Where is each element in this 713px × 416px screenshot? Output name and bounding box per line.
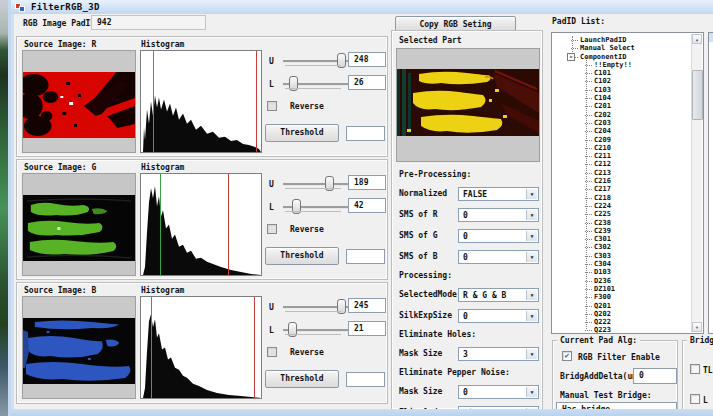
tree-item[interactable]: DZ101 (552, 285, 691, 293)
param-dropdown[interactable]: FALSE▼ (458, 187, 539, 201)
chevron-down-icon[interactable]: ▼ (526, 189, 537, 199)
tree-item[interactable]: C217 (552, 185, 691, 193)
app-window: FilterRGB_3D RGB Image PadID: 942 Copy R… (8, 0, 713, 416)
tree-item[interactable]: C302 (552, 243, 691, 251)
u-slider-b[interactable] (283, 299, 349, 315)
tree-item[interactable]: C303 (552, 252, 691, 260)
tree-item[interactable]: C301 (552, 235, 691, 243)
tree-item[interactable]: F300 (552, 293, 691, 301)
source-image-b[interactable] (22, 296, 136, 399)
r-channel-image (23, 72, 135, 138)
tree-item[interactable]: C204 (552, 127, 691, 135)
tree-item[interactable]: C238 (552, 219, 691, 227)
l-value-r[interactable]: 26 (348, 75, 386, 90)
threshold-value-box-g[interactable] (346, 249, 385, 264)
u-slider-g[interactable] (283, 176, 349, 192)
tree-item[interactable]: Q223 (552, 326, 691, 333)
scroll-up-icon[interactable]: ▲ (692, 34, 702, 44)
u-slider-thumb-b[interactable] (337, 299, 346, 314)
u-slider-thumb-g[interactable] (325, 176, 334, 191)
reverse-checkbox-r[interactable] (267, 101, 277, 111)
tree-item[interactable]: C203 (552, 119, 691, 127)
bridge-l-checkbox[interactable] (690, 394, 700, 404)
bridge-tl-checkbox[interactable] (690, 364, 700, 374)
threshold-value-box-b[interactable] (346, 372, 385, 387)
threshold-button-g[interactable]: Threshold (265, 247, 339, 265)
chevron-down-icon[interactable]: ▼ (526, 387, 537, 397)
tree-item[interactable]: C213 (552, 169, 691, 177)
chevron-down-icon[interactable]: ▼ (526, 349, 537, 359)
tree-item[interactable]: C104 (552, 94, 691, 102)
selected-part-image[interactable] (396, 48, 540, 162)
l-slider-thumb-g[interactable] (292, 199, 301, 214)
u-value-b[interactable]: 245 (348, 298, 386, 313)
tree-item[interactable]: C211 (552, 152, 691, 160)
titlebar[interactable]: FilterRGB_3D (11, 0, 713, 14)
tree-item[interactable]: C304 (552, 260, 691, 268)
rgb-image-padid-value[interactable]: 942 (91, 15, 206, 30)
tree-item[interactable]: C224 (552, 202, 691, 210)
tree-item[interactable]: C216 (552, 177, 691, 185)
chevron-down-icon[interactable]: ▼ (526, 231, 537, 241)
tree-item[interactable]: Q202 (552, 310, 691, 318)
reverse-checkbox-g[interactable] (267, 224, 277, 234)
tree-item[interactable]: -ComponentID (552, 53, 691, 61)
threshold-button-r[interactable]: Threshold (265, 124, 339, 142)
tree-item-label: F300 (594, 293, 611, 301)
u-slider-r[interactable] (283, 53, 349, 69)
l-slider-r[interactable] (283, 76, 349, 92)
scrollbar-thumb[interactable] (692, 70, 703, 120)
l-value-g[interactable]: 42 (348, 198, 386, 213)
tree-item[interactable]: C201 (552, 102, 691, 110)
rgb-filter-enable-checkbox[interactable]: ✔ (562, 351, 572, 361)
tree-item[interactable]: C101 (552, 69, 691, 77)
tree-item[interactable]: !!Empty!! (552, 61, 691, 69)
manual-test-bridge-input[interactable]: Has bridge (556, 402, 677, 409)
param-dropdown[interactable]: 0▼ (458, 208, 539, 222)
tree-item[interactable]: Q201 (552, 302, 691, 310)
u-value-g[interactable]: 189 (348, 175, 386, 190)
tree-scrollbar[interactable]: ▲ ▼ (691, 34, 702, 332)
chevron-down-icon[interactable]: ▼ (526, 311, 537, 321)
tree-item[interactable]: C218 (552, 194, 691, 202)
source-image-g[interactable] (22, 173, 136, 276)
l-slider-b[interactable] (283, 322, 349, 338)
bridge-add-delta-input[interactable]: 0 (633, 368, 677, 384)
reverse-checkbox-b[interactable] (267, 347, 277, 357)
tree-item[interactable]: C202 (552, 111, 691, 119)
param-dropdown[interactable]: 3▼ (458, 347, 539, 361)
source-image-r[interactable] (22, 50, 136, 153)
param-dropdown[interactable]: R & G & B▼ (458, 288, 539, 302)
tree-item[interactable]: LaunchPadID (552, 36, 691, 44)
param-dropdown[interactable]: 0▼ (458, 250, 539, 264)
tree-item[interactable]: D236 (552, 277, 691, 285)
tree-item[interactable]: C225 (552, 210, 691, 218)
tree-item[interactable]: Q222 (552, 318, 691, 326)
tree-item[interactable]: Manual Select (552, 44, 691, 52)
chevron-down-icon[interactable]: ▼ (526, 210, 537, 220)
l-slider-thumb-r[interactable] (289, 76, 298, 91)
chevron-down-icon[interactable]: ▼ (526, 290, 537, 300)
l-value-b[interactable]: 21 (348, 321, 386, 336)
histogram-b-label: Histogram (141, 286, 184, 295)
tree-item[interactable]: C103 (552, 86, 691, 94)
tree-item[interactable]: C239 (552, 227, 691, 235)
param-dropdown[interactable]: 0▼ (458, 309, 539, 323)
threshold-button-b[interactable]: Threshold (265, 370, 339, 388)
param-dropdown[interactable]: 0▼ (458, 229, 539, 243)
u-value-r[interactable]: 248 (348, 52, 386, 67)
l-slider-g[interactable] (283, 199, 349, 215)
l-slider-thumb-b[interactable] (288, 322, 297, 337)
padid-tree[interactable]: LaunchPadIDManual Select-ComponentID!!Em… (551, 32, 704, 334)
collapse-icon[interactable]: - (567, 53, 575, 61)
chevron-down-icon[interactable]: ▼ (526, 252, 537, 262)
tree-item[interactable]: C212 (552, 160, 691, 168)
tree-item[interactable]: C210 (552, 144, 691, 152)
tree-item[interactable]: C102 (552, 77, 691, 85)
scroll-down-icon[interactable]: ▼ (692, 322, 702, 332)
threshold-value-box-r[interactable] (346, 126, 385, 141)
u-slider-thumb-r[interactable] (337, 53, 346, 68)
param-dropdown[interactable]: 0▼ (458, 385, 539, 399)
tree-item[interactable]: D103 (552, 268, 691, 276)
tree-item[interactable]: C209 (552, 136, 691, 144)
